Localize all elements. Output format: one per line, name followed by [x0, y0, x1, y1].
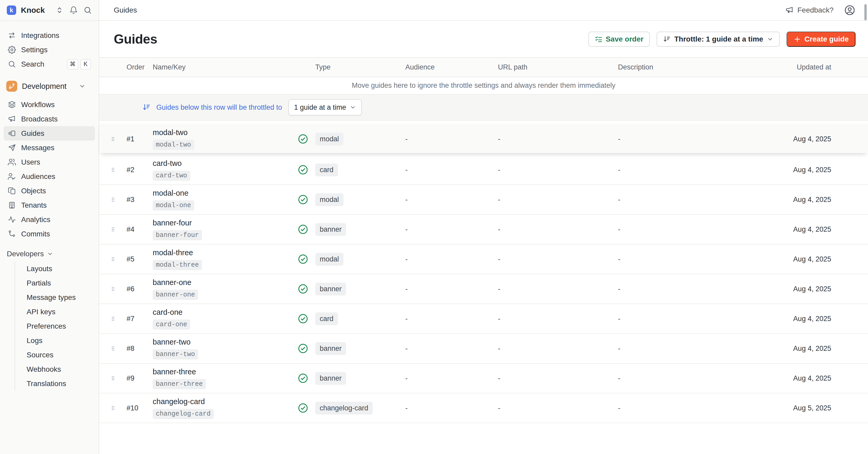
- guide-url-path: -: [498, 315, 618, 323]
- knock-logo[interactable]: k: [7, 5, 16, 15]
- throttle-inline-select-value: 1 guide at a time: [294, 104, 346, 112]
- drag-handle-icon[interactable]: [110, 255, 116, 263]
- sidebar-item-objects[interactable]: Objects: [4, 183, 95, 198]
- guide-description: -: [618, 166, 743, 174]
- table-row[interactable]: #8 banner-two banner-two banner - -: [99, 334, 868, 364]
- save-order-button[interactable]: Save order: [589, 32, 650, 47]
- drag-handle-icon[interactable]: [110, 345, 116, 352]
- sidebar-item-settings[interactable]: Settings: [4, 42, 95, 57]
- guide-audience: -: [405, 345, 498, 353]
- table-row[interactable]: #9 banner-three banner-three banner -: [99, 364, 868, 393]
- sidebar-sub-item[interactable]: Sources: [15, 348, 95, 362]
- guide-name[interactable]: modal-three: [153, 249, 298, 257]
- guide-name[interactable]: banner-two: [153, 338, 298, 346]
- status-active-check-icon: [298, 164, 308, 175]
- sidebar-sub-item[interactable]: Translations: [15, 376, 95, 391]
- table-row[interactable]: #4 banner-four banner-four banner - -: [99, 215, 868, 245]
- sidebar-item-guides[interactable]: Guides: [4, 126, 95, 141]
- sidebar-sub-item[interactable]: API keys: [15, 305, 95, 319]
- drag-handle-icon[interactable]: [110, 315, 116, 322]
- guide-name[interactable]: changelog-card: [153, 397, 298, 406]
- table-row[interactable]: #5 modal-three modal-three modal - -: [99, 245, 868, 274]
- status-active-check-icon: [298, 313, 308, 324]
- guide-key-badge: modal-two: [153, 140, 194, 150]
- environment-switcher[interactable]: Development: [4, 78, 95, 94]
- settings-gear-icon: [8, 46, 16, 54]
- drag-handle-icon[interactable]: [110, 404, 116, 412]
- guide-type-badge: card: [315, 312, 338, 325]
- throttle-divider-label[interactable]: Guides below this row will be throttled …: [156, 104, 282, 112]
- workspace-switcher-icon[interactable]: [55, 6, 64, 15]
- developers-section-label: Developers: [7, 250, 44, 258]
- table-row[interactable]: #7 card-one card-one card - -: [99, 304, 868, 334]
- sidebar-sub-item[interactable]: Preferences: [15, 319, 95, 333]
- guide-updated-at: Aug 4, 2025: [743, 345, 868, 353]
- guide-name[interactable]: modal-one: [153, 189, 298, 197]
- throttle-dropdown-button[interactable]: Throttle: 1 guide at a time: [657, 32, 780, 47]
- main-content: Guides Feedback? Guides Save order Throt…: [99, 0, 868, 454]
- sidebar-item-integrations[interactable]: Integrations: [4, 28, 95, 42]
- guide-url-path: -: [498, 225, 618, 233]
- drag-handle-icon[interactable]: [110, 135, 116, 143]
- guide-key-badge: banner-three: [153, 379, 206, 389]
- guide-name[interactable]: banner-one: [153, 278, 298, 287]
- column-header-updated-at[interactable]: Updated at: [743, 63, 868, 71]
- guide-name[interactable]: modal-two: [153, 128, 298, 137]
- building-icon: [8, 201, 16, 209]
- column-header-name-key[interactable]: Name/Key: [153, 63, 298, 71]
- sidebar-item-analytics[interactable]: Analytics: [4, 212, 95, 227]
- sidebar-item-tenants[interactable]: Tenants: [4, 198, 95, 212]
- drag-handle-icon[interactable]: [110, 196, 116, 203]
- sidebar-item-users[interactable]: Users: [4, 155, 95, 169]
- sidebar-item-label: Guides: [21, 129, 44, 138]
- drag-handle-icon[interactable]: [110, 374, 116, 382]
- table-row[interactable]: #10 changelog-card changelog-card change…: [99, 393, 868, 423]
- sidebar-sub-item[interactable]: Logs: [15, 333, 95, 348]
- column-header-url-path[interactable]: URL path: [498, 63, 618, 71]
- column-header-description[interactable]: Description: [618, 63, 743, 71]
- sidebar-sub-item[interactable]: Webhooks: [15, 362, 95, 376]
- sidebar-item-workflows[interactable]: Workflows: [4, 97, 95, 112]
- throttle-inline-select[interactable]: 1 guide at a time: [288, 99, 362, 115]
- create-guide-button[interactable]: Create guide: [786, 32, 856, 47]
- unthrottled-drop-zone[interactable]: Move guides here to ignore the throttle …: [99, 77, 868, 94]
- search-icon[interactable]: [84, 6, 92, 15]
- table-row[interactable]: #6 banner-one banner-one banner - -: [99, 274, 868, 304]
- sidebar-item-messages[interactable]: Messages: [4, 141, 95, 155]
- breadcrumb[interactable]: Guides: [114, 6, 137, 15]
- scrollbar-thumb[interactable]: [864, 4, 867, 20]
- sidebar-item-search[interactable]: Search ⌘ K: [4, 57, 95, 71]
- sidebar-item-audiences[interactable]: Audiences: [4, 169, 95, 183]
- guide-name[interactable]: card-two: [153, 159, 298, 168]
- guide-audience: -: [405, 196, 498, 204]
- user-avatar-button[interactable]: [844, 4, 856, 16]
- guide-name[interactable]: banner-three: [153, 368, 298, 376]
- guide-name[interactable]: banner-four: [153, 219, 298, 227]
- drag-handle-icon[interactable]: [110, 225, 116, 233]
- sidebar-item-broadcasts[interactable]: Broadcasts: [4, 112, 95, 126]
- guide-name[interactable]: card-one: [153, 308, 298, 317]
- drag-handle-icon[interactable]: [110, 166, 116, 174]
- column-header-order[interactable]: Order: [127, 63, 153, 71]
- sidebar-item-commits[interactable]: Commits: [4, 227, 95, 241]
- column-header-type[interactable]: Type: [315, 63, 405, 71]
- feedback-button[interactable]: Feedback?: [785, 6, 834, 15]
- column-header-audience[interactable]: Audience: [405, 63, 498, 71]
- guide-type-badge: banner: [315, 283, 346, 295]
- table-row[interactable]: #1 modal-two modal-two modal - -: [99, 125, 868, 153]
- developers-section-toggle[interactable]: Developers: [4, 246, 95, 261]
- sidebar-sub-item[interactable]: Message types: [15, 290, 95, 305]
- sidebar-nav: Integrations Settings Search ⌘ K Develo: [0, 21, 99, 391]
- drag-handle-icon[interactable]: [110, 285, 116, 293]
- sidebar-sub-item[interactable]: Layouts: [15, 261, 95, 276]
- search-magnifier-icon: [8, 60, 16, 68]
- table-row[interactable]: #2 card-two card-two card - -: [99, 155, 868, 185]
- chevron-down-icon: [79, 83, 86, 90]
- guide-audience: -: [405, 135, 498, 143]
- sidebar-sub-item[interactable]: Partials: [15, 276, 95, 290]
- notifications-bell-icon[interactable]: [69, 6, 78, 15]
- table-row[interactable]: #3 modal-one modal-one modal - -: [99, 185, 868, 215]
- user-circle-icon: [844, 4, 856, 16]
- sidebar-item-label: Messages: [21, 144, 55, 152]
- sidebar-item-label: Commits: [21, 230, 50, 238]
